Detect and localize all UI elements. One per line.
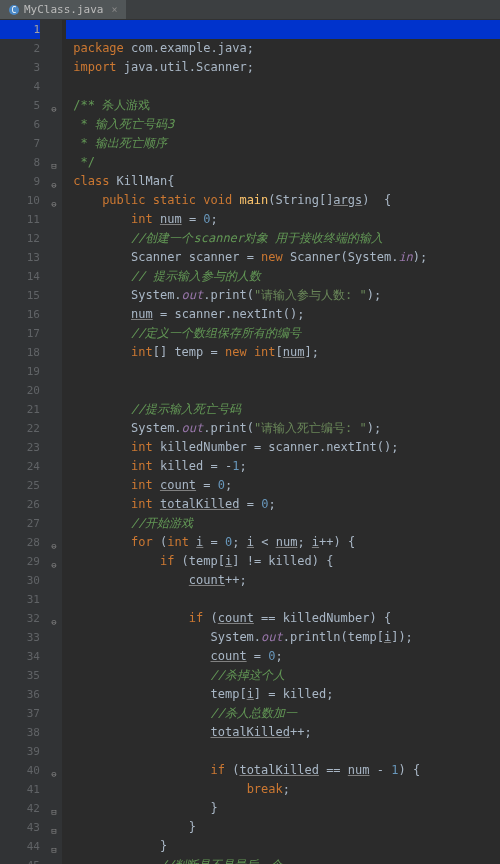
code-line[interactable] bbox=[66, 381, 500, 400]
fold-toggle-icon[interactable]: ⊖ bbox=[49, 537, 59, 547]
line-number[interactable]: 24 bbox=[0, 457, 40, 476]
code-line[interactable]: int killed = -1; bbox=[66, 457, 500, 476]
line-number[interactable]: 9▶ bbox=[0, 172, 40, 191]
code-line[interactable]: //杀人总数加一 bbox=[66, 704, 500, 723]
line-number[interactable]: 10▶ bbox=[0, 191, 40, 210]
line-number-gutter[interactable]: 123456789▶10▶111213141516171819202122232… bbox=[0, 20, 48, 864]
line-number[interactable]: 42 bbox=[0, 799, 40, 818]
code-line[interactable]: System.out.print("请输入死亡编号: "); bbox=[66, 419, 500, 438]
line-number[interactable]: 2 bbox=[0, 39, 40, 58]
line-number[interactable]: 11 bbox=[0, 210, 40, 229]
line-number[interactable]: 29 bbox=[0, 552, 40, 571]
code-line[interactable] bbox=[66, 742, 500, 761]
code-line[interactable]: package com.example.java; bbox=[66, 39, 500, 58]
fold-toggle-icon[interactable]: ⊟ bbox=[49, 803, 59, 813]
line-number[interactable]: 43 bbox=[0, 818, 40, 837]
fold-toggle-icon[interactable]: ⊟ bbox=[49, 822, 59, 832]
fold-toggle-icon[interactable]: ⊖ bbox=[49, 613, 59, 623]
fold-column[interactable]: ⊖⊟⊖⊖⊖⊖⊖⊖⊟⊟⊟ bbox=[48, 20, 62, 864]
code-area[interactable]: package com.example.java; import java.ut… bbox=[62, 20, 500, 864]
code-line[interactable]: System.out.print("请输入参与人数: "); bbox=[66, 286, 500, 305]
fold-toggle-icon[interactable]: ⊖ bbox=[49, 195, 59, 205]
code-line[interactable]: totalKilled++; bbox=[66, 723, 500, 742]
code-line[interactable]: int killedNumber = scanner.nextInt(); bbox=[66, 438, 500, 457]
fold-toggle-icon[interactable]: ⊟ bbox=[49, 841, 59, 851]
code-line[interactable]: } bbox=[66, 837, 500, 856]
line-number[interactable]: 13 bbox=[0, 248, 40, 267]
line-number[interactable]: 12 bbox=[0, 229, 40, 248]
code-line[interactable]: */ bbox=[66, 153, 500, 172]
code-line[interactable]: class KillMan{ bbox=[66, 172, 500, 191]
line-number[interactable]: 16 bbox=[0, 305, 40, 324]
line-number[interactable]: 14 bbox=[0, 267, 40, 286]
code-line[interactable]: if (temp[i] != killed) { bbox=[66, 552, 500, 571]
code-line[interactable]: //定义一个数组保存所有的编号 bbox=[66, 324, 500, 343]
code-line[interactable] bbox=[66, 77, 500, 96]
line-number[interactable]: 26 bbox=[0, 495, 40, 514]
line-number[interactable]: 21 bbox=[0, 400, 40, 419]
code-line[interactable]: temp[i] = killed; bbox=[66, 685, 500, 704]
line-number[interactable]: 38 bbox=[0, 723, 40, 742]
code-line[interactable]: int count = 0; bbox=[66, 476, 500, 495]
code-line[interactable]: //创建一个scanner对象 用于接收终端的输入 bbox=[66, 229, 500, 248]
code-line[interactable]: num = scanner.nextInt(); bbox=[66, 305, 500, 324]
close-icon[interactable]: × bbox=[111, 4, 117, 15]
fold-toggle-icon[interactable]: ⊖ bbox=[49, 100, 59, 110]
code-line[interactable] bbox=[66, 362, 500, 381]
fold-toggle-icon[interactable]: ⊖ bbox=[49, 765, 59, 775]
line-number[interactable]: 27 bbox=[0, 514, 40, 533]
code-line[interactable]: // 提示输入参与的人数 bbox=[66, 267, 500, 286]
code-line[interactable]: } bbox=[66, 799, 500, 818]
code-line[interactable]: /** 杀人游戏 bbox=[66, 96, 500, 115]
code-line[interactable]: if (count == killedNumber) { bbox=[66, 609, 500, 628]
code-line[interactable]: //开始游戏 bbox=[66, 514, 500, 533]
code-line[interactable]: for (int i = 0; i < num; i++) { bbox=[66, 533, 500, 552]
line-number[interactable]: 23 bbox=[0, 438, 40, 457]
fold-toggle-icon[interactable]: ⊟ bbox=[49, 157, 59, 167]
code-line[interactable]: break; bbox=[66, 780, 500, 799]
line-number[interactable]: 5 bbox=[0, 96, 40, 115]
code-line[interactable]: count++; bbox=[66, 571, 500, 590]
code-line[interactable]: System.out.println(temp[i]); bbox=[66, 628, 500, 647]
code-line[interactable]: //杀掉这个人 bbox=[66, 666, 500, 685]
line-number[interactable]: 6 bbox=[0, 115, 40, 134]
line-number[interactable]: 41 bbox=[0, 780, 40, 799]
line-number[interactable]: 25 bbox=[0, 476, 40, 495]
line-number[interactable]: 7 bbox=[0, 134, 40, 153]
code-line[interactable]: * 输出死亡顺序 bbox=[66, 134, 500, 153]
line-number[interactable]: 40 bbox=[0, 761, 40, 780]
code-line[interactable]: //提示输入死亡号码 bbox=[66, 400, 500, 419]
line-number[interactable]: 1 bbox=[0, 20, 40, 39]
fold-toggle-icon[interactable]: ⊖ bbox=[49, 556, 59, 566]
line-number[interactable]: 31 bbox=[0, 590, 40, 609]
code-line[interactable]: * 输入死亡号码3 bbox=[66, 115, 500, 134]
code-line[interactable]: import java.util.Scanner; bbox=[66, 58, 500, 77]
code-line[interactable]: if (totalKilled == num - 1) { bbox=[66, 761, 500, 780]
fold-toggle-icon[interactable]: ⊖ bbox=[49, 176, 59, 186]
line-number[interactable]: 15 bbox=[0, 286, 40, 305]
code-line[interactable] bbox=[66, 20, 500, 39]
code-line[interactable]: } bbox=[66, 818, 500, 837]
line-number[interactable]: 35 bbox=[0, 666, 40, 685]
line-number[interactable]: 33 bbox=[0, 628, 40, 647]
line-number[interactable]: 28 bbox=[0, 533, 40, 552]
line-number[interactable]: 36 bbox=[0, 685, 40, 704]
line-number[interactable]: 45 bbox=[0, 856, 40, 864]
line-number[interactable]: 37 bbox=[0, 704, 40, 723]
file-tab[interactable]: C MyClass.java × bbox=[0, 0, 126, 19]
code-line[interactable]: int num = 0; bbox=[66, 210, 500, 229]
line-number[interactable]: 20 bbox=[0, 381, 40, 400]
code-line[interactable]: count = 0; bbox=[66, 647, 500, 666]
line-number[interactable]: 34 bbox=[0, 647, 40, 666]
line-number[interactable]: 19 bbox=[0, 362, 40, 381]
line-number[interactable]: 18 bbox=[0, 343, 40, 362]
code-line[interactable] bbox=[66, 590, 500, 609]
code-line[interactable]: int[] temp = new int[num]; bbox=[66, 343, 500, 362]
line-number[interactable]: 30 bbox=[0, 571, 40, 590]
line-number[interactable]: 17 bbox=[0, 324, 40, 343]
line-number[interactable]: 4 bbox=[0, 77, 40, 96]
code-line[interactable]: //判断是不是最后一个 bbox=[66, 856, 500, 864]
line-number[interactable]: 3 bbox=[0, 58, 40, 77]
code-line[interactable]: Scanner scanner = new Scanner(System.in)… bbox=[66, 248, 500, 267]
line-number[interactable]: 22 bbox=[0, 419, 40, 438]
